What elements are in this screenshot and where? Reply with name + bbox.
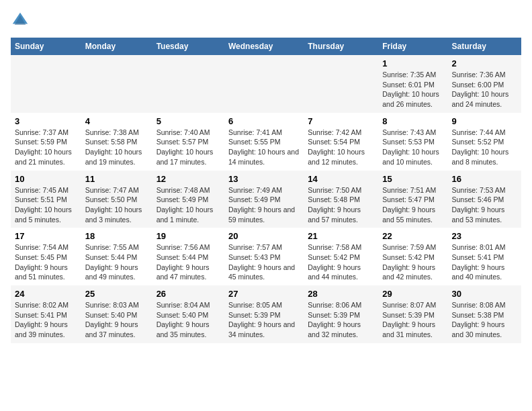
day-number: 8 xyxy=(382,116,443,126)
day-info: Sunrise: 7:56 AM Sunset: 5:44 PM Dayligh… xyxy=(157,242,220,282)
day-info: Sunrise: 7:43 AM Sunset: 5:53 PM Dayligh… xyxy=(382,128,443,167)
day-info: Sunrise: 7:45 AM Sunset: 5:51 PM Dayligh… xyxy=(15,185,77,225)
day-number: 22 xyxy=(382,231,443,241)
day-number: 10 xyxy=(15,174,77,184)
day-info: Sunrise: 7:42 AM Sunset: 5:54 PM Dayligh… xyxy=(308,128,374,167)
day-info: Sunrise: 7:57 AM Sunset: 5:43 PM Dayligh… xyxy=(228,242,300,282)
calendar-cell: 8Sunrise: 7:43 AM Sunset: 5:53 PM Daylig… xyxy=(378,113,447,171)
weekday-header-friday: Friday xyxy=(378,38,447,55)
calendar-cell: 13Sunrise: 7:49 AM Sunset: 5:49 PM Dayli… xyxy=(224,171,304,228)
calendar-cell: 12Sunrise: 7:48 AM Sunset: 5:49 PM Dayli… xyxy=(152,171,224,228)
day-info: Sunrise: 7:58 AM Sunset: 5:42 PM Dayligh… xyxy=(308,242,374,282)
calendar-cell: 16Sunrise: 7:53 AM Sunset: 5:46 PM Dayli… xyxy=(448,171,521,228)
day-info: Sunrise: 7:47 AM Sunset: 5:50 PM Dayligh… xyxy=(85,185,148,225)
calendar-week-row: 10Sunrise: 7:45 AM Sunset: 5:51 PM Dayli… xyxy=(11,171,521,228)
day-number: 26 xyxy=(157,289,220,299)
day-info: Sunrise: 7:36 AM Sunset: 6:00 PM Dayligh… xyxy=(452,70,517,109)
day-info: Sunrise: 7:53 AM Sunset: 5:46 PM Dayligh… xyxy=(452,185,517,225)
calendar-cell: 19Sunrise: 7:56 AM Sunset: 5:44 PM Dayli… xyxy=(152,228,224,285)
day-info: Sunrise: 7:38 AM Sunset: 5:58 PM Dayligh… xyxy=(85,128,148,167)
day-number: 15 xyxy=(382,174,443,184)
day-info: Sunrise: 8:05 AM Sunset: 5:39 PM Dayligh… xyxy=(228,300,300,340)
calendar-cell xyxy=(152,55,224,113)
day-number: 30 xyxy=(452,289,517,299)
calendar-cell: 17Sunrise: 7:54 AM Sunset: 5:45 PM Dayli… xyxy=(11,228,81,285)
calendar-cell: 22Sunrise: 7:59 AM Sunset: 5:42 PM Dayli… xyxy=(378,228,447,285)
calendar-cell: 18Sunrise: 7:55 AM Sunset: 5:44 PM Dayli… xyxy=(81,228,152,285)
calendar-cell: 7Sunrise: 7:42 AM Sunset: 5:54 PM Daylig… xyxy=(304,113,378,171)
day-info: Sunrise: 8:06 AM Sunset: 5:39 PM Dayligh… xyxy=(308,300,374,340)
weekday-header-row: SundayMondayTuesdayWednesdayThursdayFrid… xyxy=(11,38,521,55)
day-info: Sunrise: 8:02 AM Sunset: 5:41 PM Dayligh… xyxy=(15,300,77,340)
day-number: 23 xyxy=(452,231,517,241)
calendar-cell: 4Sunrise: 7:38 AM Sunset: 5:58 PM Daylig… xyxy=(81,113,152,171)
weekday-header-sunday: Sunday xyxy=(11,38,81,55)
calendar-cell: 11Sunrise: 7:47 AM Sunset: 5:50 PM Dayli… xyxy=(81,171,152,228)
calendar-cell: 14Sunrise: 7:50 AM Sunset: 5:48 PM Dayli… xyxy=(304,171,378,228)
day-info: Sunrise: 8:03 AM Sunset: 5:40 PM Dayligh… xyxy=(85,300,148,340)
calendar-cell: 9Sunrise: 7:44 AM Sunset: 5:52 PM Daylig… xyxy=(448,113,521,171)
day-number: 19 xyxy=(157,231,220,241)
calendar-cell: 24Sunrise: 8:02 AM Sunset: 5:41 PM Dayli… xyxy=(11,285,81,343)
calendar-cell xyxy=(81,55,152,113)
calendar-cell: 3Sunrise: 7:37 AM Sunset: 5:59 PM Daylig… xyxy=(11,113,81,171)
calendar-cell: 30Sunrise: 8:08 AM Sunset: 5:38 PM Dayli… xyxy=(448,285,521,343)
day-number: 9 xyxy=(452,116,517,126)
day-number: 6 xyxy=(228,116,300,126)
day-number: 12 xyxy=(157,174,220,184)
day-number: 29 xyxy=(382,289,443,299)
calendar-table: SundayMondayTuesdayWednesdayThursdayFrid… xyxy=(11,38,521,343)
weekday-header-monday: Monday xyxy=(81,38,152,55)
calendar-cell: 21Sunrise: 7:58 AM Sunset: 5:42 PM Dayli… xyxy=(304,228,378,285)
calendar-week-row: 24Sunrise: 8:02 AM Sunset: 5:41 PM Dayli… xyxy=(11,285,521,343)
calendar-cell: 27Sunrise: 8:05 AM Sunset: 5:39 PM Dayli… xyxy=(224,285,304,343)
day-info: Sunrise: 7:50 AM Sunset: 5:48 PM Dayligh… xyxy=(308,185,374,225)
day-number: 24 xyxy=(15,289,77,299)
day-number: 14 xyxy=(308,174,374,184)
day-info: Sunrise: 8:04 AM Sunset: 5:40 PM Dayligh… xyxy=(157,300,220,340)
day-info: Sunrise: 7:44 AM Sunset: 5:52 PM Dayligh… xyxy=(452,128,517,167)
calendar-cell: 6Sunrise: 7:41 AM Sunset: 5:55 PM Daylig… xyxy=(224,113,304,171)
calendar-cell: 1Sunrise: 7:35 AM Sunset: 6:01 PM Daylig… xyxy=(378,55,447,113)
day-number: 13 xyxy=(228,174,300,184)
calendar-cell: 15Sunrise: 7:51 AM Sunset: 5:47 PM Dayli… xyxy=(378,171,447,228)
day-number: 17 xyxy=(15,231,77,241)
calendar-cell: 2Sunrise: 7:36 AM Sunset: 6:00 PM Daylig… xyxy=(448,55,521,113)
day-number: 20 xyxy=(228,231,300,241)
calendar-cell: 28Sunrise: 8:06 AM Sunset: 5:39 PM Dayli… xyxy=(304,285,378,343)
logo-icon xyxy=(11,11,30,30)
day-number: 3 xyxy=(15,116,77,126)
page-header xyxy=(11,11,521,30)
weekday-header-saturday: Saturday xyxy=(448,38,521,55)
day-number: 25 xyxy=(85,289,148,299)
day-info: Sunrise: 7:48 AM Sunset: 5:49 PM Dayligh… xyxy=(157,185,220,225)
weekday-header-wednesday: Wednesday xyxy=(224,38,304,55)
day-number: 5 xyxy=(157,116,220,126)
day-number: 21 xyxy=(308,231,374,241)
day-number: 2 xyxy=(452,58,517,68)
calendar-cell: 29Sunrise: 8:07 AM Sunset: 5:39 PM Dayli… xyxy=(378,285,447,343)
weekday-header-thursday: Thursday xyxy=(304,38,378,55)
day-info: Sunrise: 8:07 AM Sunset: 5:39 PM Dayligh… xyxy=(382,300,443,340)
calendar-week-row: 17Sunrise: 7:54 AM Sunset: 5:45 PM Dayli… xyxy=(11,228,521,285)
day-info: Sunrise: 7:59 AM Sunset: 5:42 PM Dayligh… xyxy=(382,242,443,282)
day-info: Sunrise: 7:37 AM Sunset: 5:59 PM Dayligh… xyxy=(15,128,77,167)
day-info: Sunrise: 7:55 AM Sunset: 5:44 PM Dayligh… xyxy=(85,242,148,282)
day-info: Sunrise: 7:35 AM Sunset: 6:01 PM Dayligh… xyxy=(382,70,443,109)
calendar-cell: 26Sunrise: 8:04 AM Sunset: 5:40 PM Dayli… xyxy=(152,285,224,343)
day-info: Sunrise: 8:08 AM Sunset: 5:38 PM Dayligh… xyxy=(452,300,517,340)
calendar-week-row: 1Sunrise: 7:35 AM Sunset: 6:01 PM Daylig… xyxy=(11,55,521,113)
day-info: Sunrise: 7:54 AM Sunset: 5:45 PM Dayligh… xyxy=(15,242,77,282)
day-number: 16 xyxy=(452,174,517,184)
calendar-cell: 25Sunrise: 8:03 AM Sunset: 5:40 PM Dayli… xyxy=(81,285,152,343)
day-info: Sunrise: 7:49 AM Sunset: 5:49 PM Dayligh… xyxy=(228,185,300,225)
calendar-cell xyxy=(11,55,81,113)
day-number: 18 xyxy=(85,231,148,241)
day-number: 1 xyxy=(382,58,443,68)
day-number: 11 xyxy=(85,174,148,184)
weekday-header-tuesday: Tuesday xyxy=(152,38,224,55)
calendar-cell xyxy=(304,55,378,113)
day-info: Sunrise: 7:51 AM Sunset: 5:47 PM Dayligh… xyxy=(382,185,443,225)
calendar-cell xyxy=(224,55,304,113)
day-info: Sunrise: 8:01 AM Sunset: 5:41 PM Dayligh… xyxy=(452,242,517,282)
